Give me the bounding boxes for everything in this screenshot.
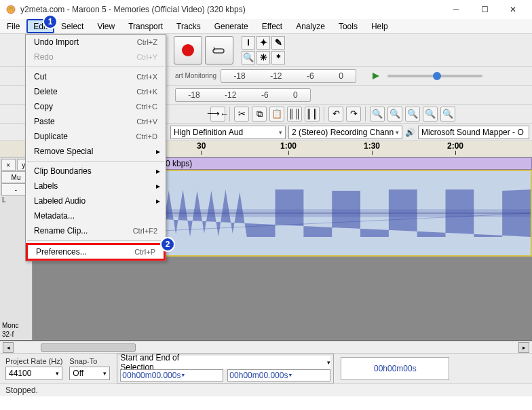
menu-remove-special[interactable]: Remove Special▸ (26, 144, 166, 159)
selection-toolbar: Project Rate (Hz) 44100▾ Snap-To Off▾ St… (0, 353, 532, 383)
status-text: Stopped. (5, 386, 38, 395)
playback-device-select[interactable]: Microsoft Sound Mapper - O (418, 126, 529, 139)
play-at-speed-button[interactable] (368, 69, 383, 83)
menu-labels[interactable]: Labels▸ (26, 179, 166, 193)
zoom-in-icon[interactable]: 🔍 (370, 107, 385, 122)
empty-track-space[interactable] (33, 257, 532, 340)
selection-box: Start and End of Selection▾ 00h00m00.000… (117, 354, 334, 384)
cut-icon[interactable]: ✂ (234, 107, 249, 122)
mono-label: Monc (1, 321, 31, 330)
snap-to-select[interactable]: Off▾ (69, 367, 110, 380)
multi-tool[interactable]: ＊ (271, 51, 285, 64)
channels-select[interactable]: 2 (Stereo) Recording Chann▾ (288, 126, 402, 139)
horizontal-scrollbar[interactable]: ◂ ▸ (0, 341, 532, 353)
title-bar: y2meta.com - Maroon 5 - Memories (Offici… (0, 0, 532, 19)
envelope-tool[interactable]: ✦ (256, 36, 270, 50)
paste-icon[interactable]: 📋 (269, 107, 284, 122)
menu-paste[interactable]: PasteCtrl+V (26, 114, 166, 129)
bits-label: 32-f (1, 330, 31, 339)
menu-view[interactable]: View (90, 19, 121, 33)
copy-icon[interactable]: ⧉ (252, 107, 267, 122)
selection-tool[interactable]: I (242, 36, 255, 50)
menu-rename-clip[interactable]: Rename Clip...Ctrl+F2 (26, 223, 166, 238)
menu-file[interactable]: File (0, 19, 26, 33)
close-button[interactable]: ✕ (499, 1, 527, 18)
timeshift-tool[interactable]: ✳ (256, 51, 270, 64)
menu-metadata[interactable]: Metadata... (26, 208, 166, 223)
menu-preferences[interactable]: Preferences...Ctrl+P (26, 243, 166, 261)
menu-bar: File Edit Select View Transport Tracks G… (0, 19, 532, 34)
zoom-tool[interactable]: 🔍 (242, 51, 255, 64)
menu-generate[interactable]: Generate (208, 19, 255, 33)
minimize-button[interactable]: ─ (442, 1, 470, 18)
audio-position-display[interactable]: 00h00m00s (341, 357, 449, 380)
menu-undo[interactable]: Undo ImportCtrl+Z (26, 35, 166, 50)
play-speed-slider[interactable] (387, 75, 482, 77)
selection-mode-select[interactable]: Start and End of Selection▾ (120, 356, 330, 369)
snap-to-label: Snap-To (69, 357, 110, 365)
annotation-badge-2: 2 (160, 237, 175, 252)
recording-device-select[interactable]: High Definition Aud▾ (170, 126, 286, 139)
menu-help[interactable]: Help (364, 19, 395, 33)
menu-select[interactable]: Select (54, 19, 90, 33)
menu-effect[interactable]: Effect (255, 19, 289, 33)
record-button[interactable] (174, 36, 202, 64)
menu-tracks[interactable]: Tracks (170, 19, 208, 33)
scroll-right-button[interactable]: ▸ (518, 342, 529, 353)
undo-icon[interactable]: ↶ (328, 107, 343, 122)
menu-analyze[interactable]: Analyze (289, 19, 332, 33)
tool-palette: I ✦ ✎ 🔍 ✳ ＊ (242, 36, 285, 64)
zoom-toggle-icon[interactable]: 🔍 (440, 107, 455, 122)
svg-point-0 (7, 5, 15, 14)
close-track-button[interactable]: × (1, 159, 16, 171)
menu-clip-boundaries[interactable]: Clip Boundaries▸ (26, 164, 166, 179)
menu-transport[interactable]: Transport (121, 19, 170, 33)
trim-icon[interactable]: ⟶← (210, 107, 225, 122)
loop-button[interactable] (205, 36, 233, 64)
selection-start-time[interactable]: 00h00m00.000s▾ (120, 369, 223, 381)
meter-instruction[interactable]: art Monitoring (175, 72, 216, 79)
app-icon (5, 4, 16, 15)
edit-dropdown-menu: Undo ImportCtrl+Z RedoCtrl+Y CutCtrl+X D… (25, 34, 166, 261)
menu-duplicate[interactable]: DuplicateCtrl+D (26, 129, 166, 144)
menu-copy[interactable]: CopyCtrl+C (26, 99, 166, 114)
silence-icon[interactable]: ║║ (305, 107, 320, 122)
speaker-icon: 🔊 (405, 128, 415, 137)
scroll-left-button[interactable]: ◂ (3, 342, 14, 353)
maximize-button[interactable]: ☐ (471, 1, 498, 18)
menu-cut[interactable]: CutCtrl+X (26, 69, 166, 84)
menu-labeled-audio[interactable]: Labeled Audio▸ (26, 193, 166, 208)
svg-marker-1 (373, 73, 379, 79)
fit-selection-icon[interactable]: 🔍 (405, 107, 420, 122)
status-bar: Stopped. (0, 383, 532, 396)
redo-icon[interactable]: ↷ (346, 107, 361, 122)
window-title: y2meta.com - Maroon 5 - Memories (Offici… (20, 5, 442, 14)
recording-meter[interactable]: -18 -12 -6 0 (221, 69, 356, 83)
menu-tools[interactable]: Tools (332, 19, 364, 33)
fit-project-icon[interactable]: 🔍 (423, 107, 438, 122)
project-rate-label: Project Rate (Hz) (5, 357, 62, 365)
selection-end-time[interactable]: 00h00m00.000s▾ (227, 369, 330, 381)
draw-tool[interactable]: ✎ (271, 36, 285, 50)
zoom-out-icon[interactable]: 🔍 (387, 107, 402, 122)
project-rate-select[interactable]: 44100▾ (5, 367, 62, 380)
annotation-badge-1: 1 (43, 14, 58, 29)
menu-redo: RedoCtrl+Y (26, 50, 166, 64)
menu-delete[interactable]: DeleteCtrl+K (26, 84, 166, 99)
scroll-thumb[interactable] (41, 343, 136, 352)
trim-audio-icon[interactable]: ║║ (287, 107, 302, 122)
playback-meter[interactable]: -18 -12 -6 0 (175, 88, 311, 102)
